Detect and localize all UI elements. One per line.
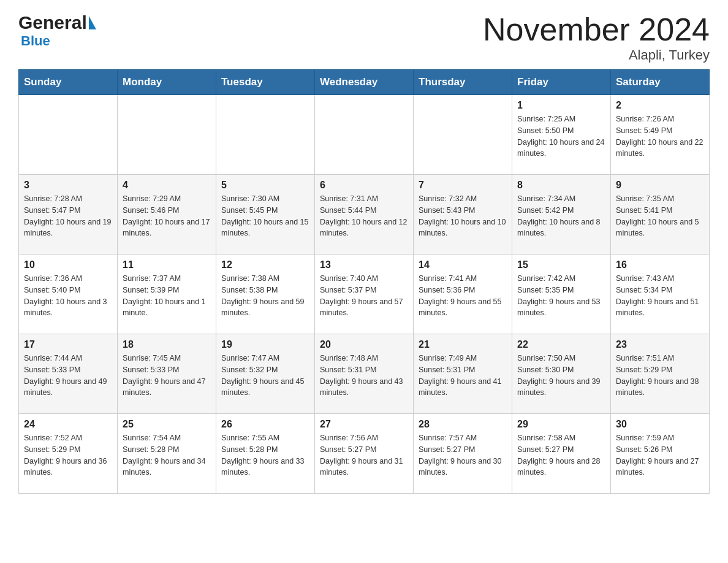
- calendar-cell: 12Sunrise: 7:38 AMSunset: 5:38 PMDayligh…: [216, 255, 315, 334]
- page-header: General Blue November 2024 Alapli, Turke…: [18, 12, 710, 63]
- calendar-cell: [315, 95, 414, 175]
- day-info: Sunrise: 7:25 AMSunset: 5:50 PMDaylight:…: [517, 113, 605, 159]
- day-number: 24: [24, 419, 112, 430]
- day-number: 13: [320, 259, 408, 270]
- calendar-week-row: 3Sunrise: 7:28 AMSunset: 5:47 PMDaylight…: [19, 175, 710, 255]
- calendar-cell: 27Sunrise: 7:56 AMSunset: 5:27 PMDayligh…: [315, 414, 414, 494]
- logo-triangle-icon: [89, 16, 96, 29]
- day-number: 27: [320, 419, 408, 430]
- calendar-cell: 3Sunrise: 7:28 AMSunset: 5:47 PMDaylight…: [19, 175, 118, 255]
- day-number: 14: [419, 259, 507, 270]
- calendar-cell: 5Sunrise: 7:30 AMSunset: 5:45 PMDaylight…: [216, 175, 315, 255]
- calendar-cell: 22Sunrise: 7:50 AMSunset: 5:30 PMDayligh…: [512, 334, 611, 414]
- calendar-cell: 7Sunrise: 7:32 AMSunset: 5:43 PMDaylight…: [414, 175, 512, 255]
- title-block: November 2024 Alapli, Turkey: [483, 12, 710, 63]
- calendar-week-row: 17Sunrise: 7:44 AMSunset: 5:33 PMDayligh…: [19, 334, 710, 414]
- col-saturday: Saturday: [611, 70, 710, 95]
- calendar-cell: [414, 95, 512, 175]
- calendar-cell: 15Sunrise: 7:42 AMSunset: 5:35 PMDayligh…: [512, 255, 611, 334]
- day-number: 6: [320, 180, 408, 191]
- col-monday: Monday: [118, 70, 216, 95]
- calendar-cell: 19Sunrise: 7:47 AMSunset: 5:32 PMDayligh…: [216, 334, 315, 414]
- calendar-cell: 13Sunrise: 7:40 AMSunset: 5:37 PMDayligh…: [315, 255, 414, 334]
- day-number: 15: [517, 259, 605, 270]
- day-number: 3: [24, 180, 112, 191]
- day-info: Sunrise: 7:49 AMSunset: 5:31 PMDaylight:…: [419, 353, 507, 399]
- day-number: 20: [320, 339, 408, 350]
- day-info: Sunrise: 7:44 AMSunset: 5:33 PMDaylight:…: [24, 353, 112, 399]
- calendar-cell: 17Sunrise: 7:44 AMSunset: 5:33 PMDayligh…: [19, 334, 118, 414]
- day-number: 30: [616, 419, 704, 430]
- day-info: Sunrise: 7:38 AMSunset: 5:38 PMDaylight:…: [221, 273, 309, 319]
- day-number: 22: [517, 339, 605, 350]
- day-info: Sunrise: 7:35 AMSunset: 5:41 PMDaylight:…: [616, 193, 704, 239]
- calendar-table: Sunday Monday Tuesday Wednesday Thursday…: [18, 69, 710, 494]
- day-number: 25: [123, 419, 211, 430]
- calendar-cell: 11Sunrise: 7:37 AMSunset: 5:39 PMDayligh…: [118, 255, 216, 334]
- calendar-cell: [19, 95, 118, 175]
- day-number: 8: [517, 180, 605, 191]
- day-number: 23: [616, 339, 704, 350]
- logo: General Blue: [18, 12, 96, 49]
- day-info: Sunrise: 7:30 AMSunset: 5:45 PMDaylight:…: [221, 193, 309, 239]
- day-info: Sunrise: 7:42 AMSunset: 5:35 PMDaylight:…: [517, 273, 605, 319]
- day-info: Sunrise: 7:31 AMSunset: 5:44 PMDaylight:…: [320, 193, 408, 239]
- col-sunday: Sunday: [19, 70, 118, 95]
- calendar-week-row: 1Sunrise: 7:25 AMSunset: 5:50 PMDaylight…: [19, 95, 710, 175]
- calendar-cell: 25Sunrise: 7:54 AMSunset: 5:28 PMDayligh…: [118, 414, 216, 494]
- calendar-cell: 30Sunrise: 7:59 AMSunset: 5:26 PMDayligh…: [611, 414, 710, 494]
- day-number: 5: [221, 180, 309, 191]
- calendar-cell: 23Sunrise: 7:51 AMSunset: 5:29 PMDayligh…: [611, 334, 710, 414]
- calendar-week-row: 10Sunrise: 7:36 AMSunset: 5:40 PMDayligh…: [19, 255, 710, 334]
- calendar-cell: 18Sunrise: 7:45 AMSunset: 5:33 PMDayligh…: [118, 334, 216, 414]
- logo-general-text: General: [18, 12, 87, 33]
- day-number: 4: [123, 180, 211, 191]
- day-info: Sunrise: 7:28 AMSunset: 5:47 PMDaylight:…: [24, 193, 112, 239]
- day-number: 19: [221, 339, 309, 350]
- calendar-cell: 8Sunrise: 7:34 AMSunset: 5:42 PMDaylight…: [512, 175, 611, 255]
- day-info: Sunrise: 7:54 AMSunset: 5:28 PMDaylight:…: [123, 432, 211, 478]
- day-info: Sunrise: 7:56 AMSunset: 5:27 PMDaylight:…: [320, 432, 408, 478]
- day-info: Sunrise: 7:36 AMSunset: 5:40 PMDaylight:…: [24, 273, 112, 319]
- calendar-cell: [216, 95, 315, 175]
- day-info: Sunrise: 7:57 AMSunset: 5:27 PMDaylight:…: [419, 432, 507, 478]
- day-info: Sunrise: 7:58 AMSunset: 5:27 PMDaylight:…: [517, 432, 605, 478]
- day-info: Sunrise: 7:40 AMSunset: 5:37 PMDaylight:…: [320, 273, 408, 319]
- day-info: Sunrise: 7:41 AMSunset: 5:36 PMDaylight:…: [419, 273, 507, 319]
- col-friday: Friday: [512, 70, 611, 95]
- day-info: Sunrise: 7:59 AMSunset: 5:26 PMDaylight:…: [616, 432, 704, 478]
- calendar-cell: 6Sunrise: 7:31 AMSunset: 5:44 PMDaylight…: [315, 175, 414, 255]
- logo-blue-text: Blue: [21, 33, 50, 49]
- day-info: Sunrise: 7:43 AMSunset: 5:34 PMDaylight:…: [616, 273, 704, 319]
- calendar-cell: 29Sunrise: 7:58 AMSunset: 5:27 PMDayligh…: [512, 414, 611, 494]
- day-info: Sunrise: 7:55 AMSunset: 5:28 PMDaylight:…: [221, 432, 309, 478]
- calendar-cell: 21Sunrise: 7:49 AMSunset: 5:31 PMDayligh…: [414, 334, 512, 414]
- calendar-cell: 4Sunrise: 7:29 AMSunset: 5:46 PMDaylight…: [118, 175, 216, 255]
- day-info: Sunrise: 7:47 AMSunset: 5:32 PMDaylight:…: [221, 353, 309, 399]
- calendar-cell: 1Sunrise: 7:25 AMSunset: 5:50 PMDaylight…: [512, 95, 611, 175]
- day-info: Sunrise: 7:29 AMSunset: 5:46 PMDaylight:…: [123, 193, 211, 239]
- day-info: Sunrise: 7:45 AMSunset: 5:33 PMDaylight:…: [123, 353, 211, 399]
- day-number: 29: [517, 419, 605, 430]
- day-number: 11: [123, 259, 211, 270]
- col-thursday: Thursday: [414, 70, 512, 95]
- day-number: 28: [419, 419, 507, 430]
- calendar-header-row: Sunday Monday Tuesday Wednesday Thursday…: [19, 70, 710, 95]
- day-number: 12: [221, 259, 309, 270]
- calendar-cell: 14Sunrise: 7:41 AMSunset: 5:36 PMDayligh…: [414, 255, 512, 334]
- calendar-cell: 2Sunrise: 7:26 AMSunset: 5:49 PMDaylight…: [611, 95, 710, 175]
- day-number: 18: [123, 339, 211, 350]
- day-number: 17: [24, 339, 112, 350]
- day-info: Sunrise: 7:51 AMSunset: 5:29 PMDaylight:…: [616, 353, 704, 399]
- day-info: Sunrise: 7:26 AMSunset: 5:49 PMDaylight:…: [616, 113, 704, 159]
- day-info: Sunrise: 7:50 AMSunset: 5:30 PMDaylight:…: [517, 353, 605, 399]
- calendar-cell: 24Sunrise: 7:52 AMSunset: 5:29 PMDayligh…: [19, 414, 118, 494]
- day-info: Sunrise: 7:37 AMSunset: 5:39 PMDaylight:…: [123, 273, 211, 319]
- day-number: 2: [616, 100, 704, 111]
- day-number: 9: [616, 180, 704, 191]
- col-wednesday: Wednesday: [315, 70, 414, 95]
- calendar-cell: 16Sunrise: 7:43 AMSunset: 5:34 PMDayligh…: [611, 255, 710, 334]
- day-info: Sunrise: 7:32 AMSunset: 5:43 PMDaylight:…: [419, 193, 507, 239]
- day-info: Sunrise: 7:52 AMSunset: 5:29 PMDaylight:…: [24, 432, 112, 478]
- calendar-week-row: 24Sunrise: 7:52 AMSunset: 5:29 PMDayligh…: [19, 414, 710, 494]
